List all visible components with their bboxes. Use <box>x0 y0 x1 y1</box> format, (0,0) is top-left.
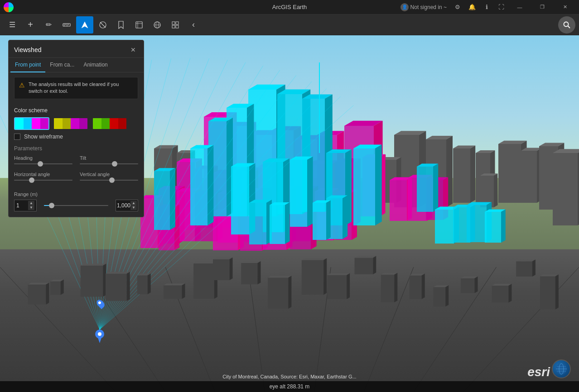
grid-button[interactable] <box>167 16 184 33</box>
svg-marker-5 <box>82 22 88 28</box>
vertical-angle-slider[interactable] <box>80 180 138 181</box>
wireframe-label[interactable]: Show wireframe <box>24 134 63 140</box>
color-scheme-section: Color scheme <box>9 104 144 132</box>
heading-slider[interactable] <box>14 163 72 164</box>
color-swatches <box>14 117 138 130</box>
map-attribution: City of Montreal, Canada, Source: Esri, … <box>222 374 356 379</box>
warning-icon: ⚠ <box>19 81 25 89</box>
svg-point-18 <box>564 22 569 26</box>
user-status-label: Not signed in ~ <box>410 4 447 10</box>
add-button[interactable]: + <box>22 16 39 33</box>
svg-line-19 <box>568 26 570 28</box>
mask-button[interactable] <box>94 16 111 33</box>
warning-text: The analysis results will be cleared if … <box>29 81 133 95</box>
panel-tabs: From point From ca... Animation <box>9 58 144 72</box>
svg-line-7 <box>100 22 106 28</box>
wireframe-checkbox[interactable] <box>14 134 20 140</box>
collapse-toolbar-button[interactable]: ‹ <box>185 16 202 33</box>
location-pin <box>97 299 104 308</box>
heading-tilt-row: Heading Tilt <box>14 155 138 167</box>
tilt-label: Tilt <box>80 155 138 161</box>
horizontal-angle-slider[interactable] <box>14 180 72 181</box>
fullscreen-button[interactable]: ⛶ <box>495 1 507 14</box>
vertical-angle-col: Vertical angle <box>80 172 138 183</box>
measure-button[interactable] <box>58 16 75 33</box>
search-button[interactable] <box>558 16 575 33</box>
svg-rect-16 <box>172 25 175 28</box>
svg-rect-0 <box>63 24 70 26</box>
minimize-button[interactable]: — <box>509 0 530 14</box>
heading-label: Heading <box>14 155 72 161</box>
svg-rect-15 <box>176 22 179 24</box>
close-button[interactable]: ✕ <box>555 0 575 14</box>
svg-rect-8 <box>136 22 142 28</box>
panel-title: Viewshed <box>14 46 41 53</box>
range-min-down[interactable]: ▼ <box>28 206 34 210</box>
settings-button[interactable]: ⚙ <box>451 1 464 14</box>
menu-button[interactable]: ☰ <box>4 16 21 33</box>
user-status-button[interactable]: 👤 Not signed in ~ <box>398 2 449 12</box>
globe-watermark <box>552 359 571 378</box>
toolbar: ☰ + ✏ <box>0 14 579 35</box>
panel-close-button[interactable]: ✕ <box>128 45 138 55</box>
range-max-input[interactable]: 1,000 ▲ ▼ <box>116 200 138 211</box>
vertical-angle-label: Vertical angle <box>80 172 138 177</box>
range-min-input[interactable]: 1 ▲ ▼ <box>14 200 37 211</box>
user-avatar: 👤 <box>400 3 409 11</box>
range-section: Range (m) 1 ▲ ▼ 1,000 ▲ ▼ <box>9 190 144 217</box>
wireframe-row: Show wireframe <box>9 132 144 143</box>
color-scheme-label: Color scheme <box>14 107 138 114</box>
range-label: Range (m) <box>14 191 138 197</box>
viewshed-panel: Viewshed ✕ From point From ca... Animati… <box>8 40 144 217</box>
range-max-stepper[interactable]: ▲ ▼ <box>130 201 137 210</box>
tab-from-point[interactable]: From point <box>10 58 45 72</box>
params-section: Parameters Heading Tilt Horizontal angle <box>9 143 144 190</box>
heading-col: Heading <box>14 155 72 167</box>
esri-watermark: esri <box>527 365 550 379</box>
navigate-button[interactable] <box>76 16 93 33</box>
notification-button[interactable]: 🔔 <box>466 1 478 14</box>
app-logo <box>4 2 14 12</box>
tilt-col: Tilt <box>80 155 138 167</box>
color-swatch-0[interactable] <box>14 117 49 130</box>
info-button[interactable]: ℹ <box>480 1 493 14</box>
restore-button[interactable]: ❐ <box>532 0 553 14</box>
horizontal-angle-col: Horizontal angle <box>14 172 72 183</box>
statusbar: eye alt 288.31 m <box>0 381 579 392</box>
tab-animation[interactable]: Animation <box>79 58 112 72</box>
svg-rect-14 <box>172 22 175 24</box>
range-min-up[interactable]: ▲ <box>28 201 34 206</box>
titlebar-left <box>0 2 17 12</box>
range-max-up[interactable]: ▲ <box>130 201 137 206</box>
warning-box: ⚠ The analysis results will be cleared i… <box>14 77 138 99</box>
titlebar: ArcGIS Earth 👤 Not signed in ~ ⚙ 🔔 ℹ ⛶ —… <box>0 0 579 14</box>
svg-rect-17 <box>176 25 179 28</box>
range-slider[interactable] <box>44 205 108 206</box>
horiz-vert-row: Horizontal angle Vertical angle <box>14 172 138 183</box>
range-min-stepper[interactable]: ▲ ▼ <box>28 201 34 210</box>
range-max-down[interactable]: ▼ <box>130 206 137 210</box>
range-min-value: 1 <box>16 202 19 209</box>
params-label: Parameters <box>14 145 138 152</box>
statusbar-text: eye alt 288.31 m <box>270 383 310 390</box>
map-button[interactable] <box>130 16 148 33</box>
color-swatch-1[interactable] <box>53 117 88 130</box>
draw-button[interactable]: ✏ <box>40 16 57 33</box>
panel-header: Viewshed ✕ <box>9 40 144 58</box>
range-max-value: 1,000 <box>117 202 130 209</box>
titlebar-right: 👤 Not signed in ~ ⚙ 🔔 ℹ ⛶ — ❐ ✕ <box>398 0 579 14</box>
tilt-slider[interactable] <box>80 163 138 164</box>
bookmark-button[interactable] <box>112 16 130 33</box>
app-title: ArcGIS Earth <box>272 4 307 10</box>
globe-button[interactable] <box>149 16 166 33</box>
tab-from-camera[interactable]: From ca... <box>45 58 79 72</box>
horizontal-angle-label: Horizontal angle <box>14 172 72 177</box>
color-swatch-2[interactable] <box>92 117 127 130</box>
range-row: 1 ▲ ▼ 1,000 ▲ ▼ <box>14 200 138 211</box>
